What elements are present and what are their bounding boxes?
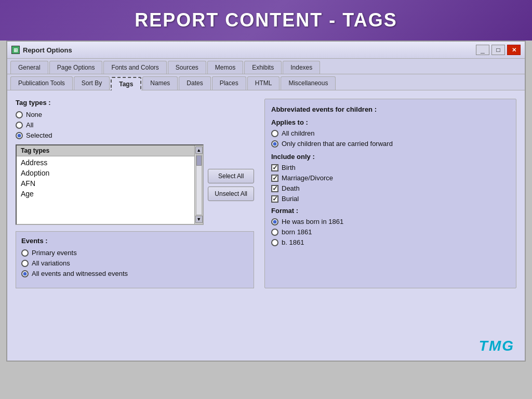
left-column: Tag types : None All Selected [16,99,254,288]
content-area: Tag types : None All Selected [7,90,525,361]
radio-all-variations[interactable]: All variations [21,259,248,267]
tag-item-afn[interactable]: AFN [17,178,194,189]
events-label: Events : [21,237,248,245]
radio-none[interactable]: None [16,111,254,118]
tag-list-box[interactable]: Tag types Address Adoption AFN Age ▲ [16,144,204,225]
scroll-up-button[interactable]: ▲ [195,147,203,154]
tab-places[interactable]: Places [212,76,246,90]
radio-format-medium-circle [271,229,278,236]
radio-all[interactable]: All [16,121,254,129]
tag-types-container: Tag types Address Adoption AFN Age ▲ [16,144,254,225]
tag-types-radio-group: None All Selected [16,111,254,139]
radio-format-short[interactable]: b. 1861 [271,238,510,246]
radio-none-circle [16,111,23,118]
tab-names[interactable]: Names [142,76,178,90]
radio-carried-forward[interactable]: Only children that are carried forward [271,140,510,148]
scroll-track [196,154,202,215]
radio-all-children-circle [271,130,278,137]
checkbox-marriage-divorce[interactable]: Marriage/Divorce [271,174,510,182]
abbreviated-events-title: Abbreviated events for children : [271,105,510,113]
radio-witnessed-label: All events and witnessed events [32,270,128,277]
header-banner: REPORT CONTENT - TAGS [0,0,532,41]
tag-item-address[interactable]: Address [17,157,194,168]
events-section: Events : Primary events All variations [16,231,254,288]
tmg-logo: TMG [479,338,514,354]
radio-primary-label: Primary events [32,249,77,257]
checkbox-burial[interactable]: Burial [271,195,510,203]
radio-all-children[interactable]: All children [271,129,510,137]
radio-format-short-circle [271,239,278,246]
close-button[interactable]: ✕ [507,45,521,55]
tag-list-items[interactable]: Address Adoption AFN Age [17,156,194,224]
radio-variations-circle [21,260,29,267]
format-label: Format : [271,207,510,215]
window-title: Report Options [23,46,72,54]
checkbox-birth[interactable]: Birth [271,164,510,171]
radio-none-label: None [26,111,42,118]
tag-action-buttons: Select All Unselect All [208,144,254,225]
radio-format-medium[interactable]: born 1861 [271,228,510,236]
applies-to-label: Applies to : [271,118,510,126]
minimize-button[interactable]: _ [476,45,489,55]
title-bar-buttons: _ □ ✕ [476,45,521,55]
radio-selected[interactable]: Selected [16,131,254,139]
tag-types-label: Tag types : [16,99,254,107]
radio-carried-forward-circle [271,140,278,148]
radio-format-long[interactable]: He was born in 1861 [271,218,510,225]
tab-dates[interactable]: Dates [179,76,210,90]
applies-radio-group: All children Only children that are carr… [271,129,510,148]
radio-all-label: All [26,121,33,129]
scroll-thumb[interactable] [196,155,202,166]
tag-list-scrollbar[interactable]: ▲ ▼ [194,145,203,224]
tab-general[interactable]: General [10,61,48,74]
checkbox-burial-box [271,195,278,203]
scroll-down-button[interactable]: ▼ [195,216,203,223]
radio-all-events-witnessed[interactable]: All events and witnessed events [21,270,248,277]
tab-fonts-colors[interactable]: Fonts and Colors [103,61,166,74]
radio-selected-circle [16,132,23,139]
radio-format-medium-label: born 1861 [282,228,312,236]
window-icon: ⊞ [11,46,20,54]
include-only-label: Include only : [271,153,510,161]
report-options-window: ⊞ Report Options _ □ ✕ General Page Opti… [6,41,526,362]
tab-indexes[interactable]: Indexes [283,61,320,74]
radio-variations-label: All variations [32,259,70,267]
tag-item-age[interactable]: Age [17,189,194,199]
tabs-row-1: General Page Options Fonts and Colors So… [7,59,525,74]
tab-tags[interactable]: Tags [111,77,141,90]
radio-selected-label: Selected [26,131,52,139]
unselect-all-button[interactable]: Unselect All [208,187,254,201]
format-radio-group: He was born in 1861 born 1861 b. 1861 [271,218,510,246]
events-radio-group: Primary events All variations All events… [21,249,248,277]
radio-format-short-label: b. 1861 [282,238,304,246]
tabs-row-2: Publication Tools Sort By Tags Names Dat… [7,74,525,90]
checkbox-birth-box [271,164,278,171]
checkbox-death[interactable]: Death [271,184,510,192]
tab-html[interactable]: HTML [247,76,280,90]
tab-memos[interactable]: Memos [207,61,243,74]
two-col-layout: Tag types : None All Selected [16,99,516,288]
title-bar: ⊞ Report Options _ □ ✕ [7,42,525,59]
maximize-button[interactable]: □ [491,45,505,55]
checkbox-death-box [271,185,278,192]
tab-publication-tools[interactable]: Publication Tools [10,76,73,90]
radio-primary-events[interactable]: Primary events [21,249,248,257]
radio-witnessed-circle [21,270,29,277]
radio-primary-circle [21,249,29,257]
checkbox-burial-label: Burial [282,195,299,203]
tab-miscellaneous[interactable]: Miscellaneous [281,76,336,90]
tab-sort-by[interactable]: Sort By [74,76,110,90]
tag-list-header: Tag types [17,145,194,156]
right-column: Abbreviated events for children : Applie… [264,99,516,288]
tag-item-adoption[interactable]: Adoption [17,168,194,178]
radio-format-long-circle [271,218,278,225]
tab-exhibits[interactable]: Exhibits [244,61,282,74]
radio-carried-forward-label: Only children that are carried forward [282,140,393,148]
select-all-button[interactable]: Select All [208,169,254,183]
radio-format-long-label: He was born in 1861 [282,218,343,225]
radio-all-children-label: All children [282,129,315,137]
checkbox-birth-label: Birth [282,164,296,171]
tab-sources[interactable]: Sources [168,61,206,74]
tab-page-options[interactable]: Page Options [49,61,103,74]
checkbox-marriage-label: Marriage/Divorce [282,174,333,182]
